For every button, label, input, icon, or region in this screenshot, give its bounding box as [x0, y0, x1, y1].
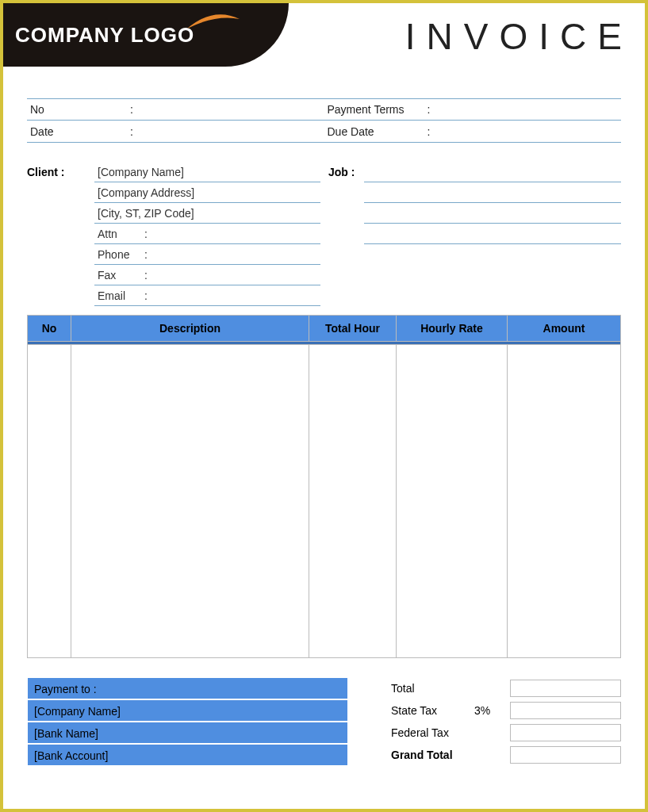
job-line-2[interactable] [364, 182, 621, 203]
client-attn-field[interactable]: Attn : [94, 224, 320, 244]
job-label: Job : [328, 166, 364, 178]
meta-due-date-label: Due Date [324, 125, 428, 138]
swoosh-icon [186, 11, 241, 35]
grand-total-label: Grand Total [383, 749, 474, 761]
job-block: Job : [328, 162, 621, 244]
th-amount: Amount [508, 316, 621, 342]
client-email-field[interactable]: Email : [94, 285, 320, 306]
meta-block: No : Payment Terms : Date : Due Date : [27, 98, 621, 143]
th-hourly-rate: Hourly Rate [397, 316, 508, 342]
th-total-hour: Total Hour [309, 316, 397, 342]
client-company-address[interactable]: [Company Address] [94, 182, 320, 203]
payment-box: Payment to : [Company Name] [Bank Name] … [27, 677, 348, 766]
total-value[interactable] [510, 680, 621, 697]
invoice-title: INVOICE [405, 15, 633, 58]
client-section-label: Client : [27, 166, 94, 178]
state-tax-label: State Tax [383, 704, 474, 717]
payment-to-label: Payment to : [27, 677, 348, 699]
meta-colon: : [428, 103, 435, 116]
payment-bank-name[interactable]: [Bank Name] [27, 722, 348, 744]
logo-block: COMPANY LOGO [3, 3, 289, 67]
grand-total-value[interactable] [510, 746, 621, 764]
client-company-name[interactable]: [Company Name] [94, 162, 320, 182]
client-block: Client : [Company Name] [Company Address… [27, 162, 320, 306]
job-line-3[interactable] [364, 203, 621, 224]
meta-no-label: No [27, 103, 130, 116]
job-line-1[interactable] [364, 162, 621, 182]
totals-block: Total State Tax 3% Federal Tax Grand Tot… [383, 677, 621, 766]
meta-colon: : [428, 125, 435, 138]
meta-colon: : [130, 103, 138, 116]
total-label: Total [383, 682, 474, 695]
table-row[interactable] [28, 345, 621, 658]
state-tax-value[interactable] [510, 702, 621, 719]
client-phone-field[interactable]: Phone : [94, 244, 320, 265]
meta-colon: : [130, 125, 138, 138]
th-description: Description [71, 316, 309, 342]
job-line-4[interactable] [364, 224, 621, 244]
th-no: No [28, 316, 71, 342]
payment-company-name[interactable]: [Company Name] [27, 699, 348, 722]
meta-date-label: Date [27, 125, 130, 138]
client-city-zip[interactable]: [City, ST, ZIP Code] [94, 203, 320, 224]
items-table: No Description Total Hour Hourly Rate Am… [27, 315, 621, 658]
meta-payment-terms-label: Payment Terms [324, 103, 428, 116]
federal-tax-label: Federal Tax [383, 726, 474, 739]
logo-text: COMPANY LOGO [15, 23, 194, 48]
client-fax-field[interactable]: Fax : [94, 265, 320, 285]
state-tax-pct: 3% [474, 704, 510, 717]
payment-bank-account[interactable]: [Bank Account] [27, 744, 348, 766]
federal-tax-value[interactable] [510, 724, 621, 741]
